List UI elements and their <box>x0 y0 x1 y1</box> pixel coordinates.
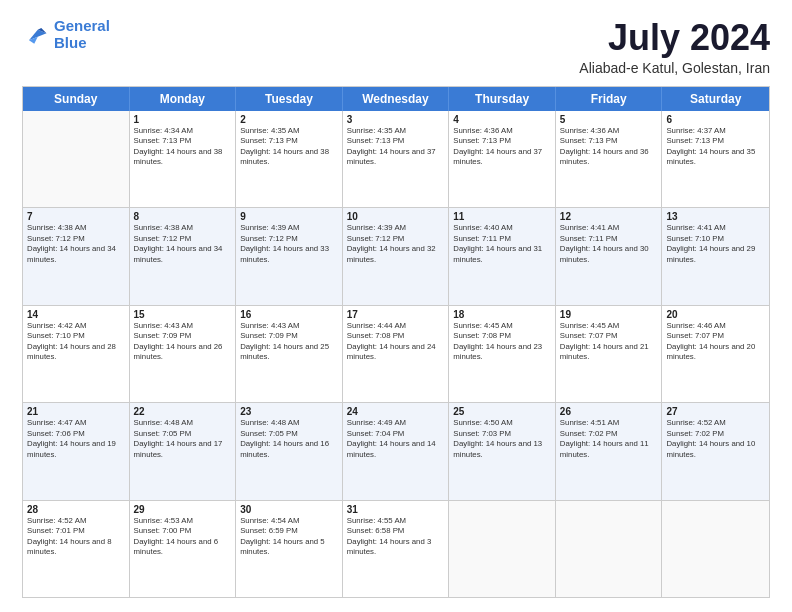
day-number: 22 <box>134 406 232 417</box>
cell-info: Sunrise: 4:52 AM Sunset: 7:02 PM Dayligh… <box>666 418 765 460</box>
calendar-header: SundayMondayTuesdayWednesdayThursdayFrid… <box>23 87 769 111</box>
day-number: 25 <box>453 406 551 417</box>
day-number: 8 <box>134 211 232 222</box>
day-number: 31 <box>347 504 445 515</box>
cell-info: Sunrise: 4:41 AM Sunset: 7:11 PM Dayligh… <box>560 223 658 265</box>
cell-info: Sunrise: 4:40 AM Sunset: 7:11 PM Dayligh… <box>453 223 551 265</box>
cell-info: Sunrise: 4:38 AM Sunset: 7:12 PM Dayligh… <box>27 223 125 265</box>
cell-info: Sunrise: 4:53 AM Sunset: 7:00 PM Dayligh… <box>134 516 232 558</box>
cell-info: Sunrise: 4:47 AM Sunset: 7:06 PM Dayligh… <box>27 418 125 460</box>
logo: General Blue <box>22 18 110 51</box>
day-cell-1: 1Sunrise: 4:34 AM Sunset: 7:13 PM Daylig… <box>130 111 237 207</box>
day-cell-2: 2Sunrise: 4:35 AM Sunset: 7:13 PM Daylig… <box>236 111 343 207</box>
page: General Blue July 2024 Aliabad-e Katul, … <box>0 0 792 612</box>
day-cell-28: 28Sunrise: 4:52 AM Sunset: 7:01 PM Dayli… <box>23 501 130 597</box>
header: General Blue July 2024 Aliabad-e Katul, … <box>22 18 770 76</box>
cell-info: Sunrise: 4:36 AM Sunset: 7:13 PM Dayligh… <box>560 126 658 168</box>
cell-info: Sunrise: 4:49 AM Sunset: 7:04 PM Dayligh… <box>347 418 445 460</box>
cell-info: Sunrise: 4:42 AM Sunset: 7:10 PM Dayligh… <box>27 321 125 363</box>
day-number: 13 <box>666 211 765 222</box>
cell-info: Sunrise: 4:48 AM Sunset: 7:05 PM Dayligh… <box>134 418 232 460</box>
calendar: SundayMondayTuesdayWednesdayThursdayFrid… <box>22 86 770 598</box>
cell-info: Sunrise: 4:45 AM Sunset: 7:07 PM Dayligh… <box>560 321 658 363</box>
day-number: 5 <box>560 114 658 125</box>
day-number: 10 <box>347 211 445 222</box>
day-cell-16: 16Sunrise: 4:43 AM Sunset: 7:09 PM Dayli… <box>236 306 343 402</box>
day-number: 21 <box>27 406 125 417</box>
header-day-wednesday: Wednesday <box>343 87 450 111</box>
day-number: 17 <box>347 309 445 320</box>
day-cell-21: 21Sunrise: 4:47 AM Sunset: 7:06 PM Dayli… <box>23 403 130 499</box>
header-day-sunday: Sunday <box>23 87 130 111</box>
day-number: 4 <box>453 114 551 125</box>
cell-info: Sunrise: 4:52 AM Sunset: 7:01 PM Dayligh… <box>27 516 125 558</box>
header-day-monday: Monday <box>130 87 237 111</box>
calendar-row-5: 28Sunrise: 4:52 AM Sunset: 7:01 PM Dayli… <box>23 501 769 597</box>
day-number: 28 <box>27 504 125 515</box>
cell-info: Sunrise: 4:54 AM Sunset: 6:59 PM Dayligh… <box>240 516 338 558</box>
day-cell-18: 18Sunrise: 4:45 AM Sunset: 7:08 PM Dayli… <box>449 306 556 402</box>
day-number: 15 <box>134 309 232 320</box>
day-cell-29: 29Sunrise: 4:53 AM Sunset: 7:00 PM Dayli… <box>130 501 237 597</box>
cell-info: Sunrise: 4:48 AM Sunset: 7:05 PM Dayligh… <box>240 418 338 460</box>
cell-info: Sunrise: 4:34 AM Sunset: 7:13 PM Dayligh… <box>134 126 232 168</box>
day-cell-24: 24Sunrise: 4:49 AM Sunset: 7:04 PM Dayli… <box>343 403 450 499</box>
cell-info: Sunrise: 4:50 AM Sunset: 7:03 PM Dayligh… <box>453 418 551 460</box>
cell-info: Sunrise: 4:45 AM Sunset: 7:08 PM Dayligh… <box>453 321 551 363</box>
day-cell-27: 27Sunrise: 4:52 AM Sunset: 7:02 PM Dayli… <box>662 403 769 499</box>
calendar-row-2: 7Sunrise: 4:38 AM Sunset: 7:12 PM Daylig… <box>23 208 769 305</box>
cell-info: Sunrise: 4:39 AM Sunset: 7:12 PM Dayligh… <box>240 223 338 265</box>
day-number: 27 <box>666 406 765 417</box>
day-cell-17: 17Sunrise: 4:44 AM Sunset: 7:08 PM Dayli… <box>343 306 450 402</box>
day-cell-5: 5Sunrise: 4:36 AM Sunset: 7:13 PM Daylig… <box>556 111 663 207</box>
header-day-thursday: Thursday <box>449 87 556 111</box>
day-number: 2 <box>240 114 338 125</box>
day-cell-11: 11Sunrise: 4:40 AM Sunset: 7:11 PM Dayli… <box>449 208 556 304</box>
day-number: 6 <box>666 114 765 125</box>
cell-info: Sunrise: 4:35 AM Sunset: 7:13 PM Dayligh… <box>347 126 445 168</box>
day-number: 29 <box>134 504 232 515</box>
cell-info: Sunrise: 4:43 AM Sunset: 7:09 PM Dayligh… <box>240 321 338 363</box>
day-cell-14: 14Sunrise: 4:42 AM Sunset: 7:10 PM Dayli… <box>23 306 130 402</box>
cell-info: Sunrise: 4:46 AM Sunset: 7:07 PM Dayligh… <box>666 321 765 363</box>
day-number: 16 <box>240 309 338 320</box>
day-cell-4: 4Sunrise: 4:36 AM Sunset: 7:13 PM Daylig… <box>449 111 556 207</box>
day-cell-25: 25Sunrise: 4:50 AM Sunset: 7:03 PM Dayli… <box>449 403 556 499</box>
calendar-body: 1Sunrise: 4:34 AM Sunset: 7:13 PM Daylig… <box>23 111 769 597</box>
day-number: 7 <box>27 211 125 222</box>
day-cell-9: 9Sunrise: 4:39 AM Sunset: 7:12 PM Daylig… <box>236 208 343 304</box>
day-cell-20: 20Sunrise: 4:46 AM Sunset: 7:07 PM Dayli… <box>662 306 769 402</box>
day-number: 11 <box>453 211 551 222</box>
day-cell-3: 3Sunrise: 4:35 AM Sunset: 7:13 PM Daylig… <box>343 111 450 207</box>
day-cell-23: 23Sunrise: 4:48 AM Sunset: 7:05 PM Dayli… <box>236 403 343 499</box>
day-cell-7: 7Sunrise: 4:38 AM Sunset: 7:12 PM Daylig… <box>23 208 130 304</box>
header-day-saturday: Saturday <box>662 87 769 111</box>
day-number: 26 <box>560 406 658 417</box>
calendar-row-4: 21Sunrise: 4:47 AM Sunset: 7:06 PM Dayli… <box>23 403 769 500</box>
cell-info: Sunrise: 4:39 AM Sunset: 7:12 PM Dayligh… <box>347 223 445 265</box>
cell-info: Sunrise: 4:38 AM Sunset: 7:12 PM Dayligh… <box>134 223 232 265</box>
logo-icon <box>22 21 50 49</box>
day-number: 1 <box>134 114 232 125</box>
day-number: 30 <box>240 504 338 515</box>
day-cell-12: 12Sunrise: 4:41 AM Sunset: 7:11 PM Dayli… <box>556 208 663 304</box>
month-title: July 2024 <box>579 18 770 58</box>
cell-info: Sunrise: 4:43 AM Sunset: 7:09 PM Dayligh… <box>134 321 232 363</box>
empty-cell <box>449 501 556 597</box>
day-cell-6: 6Sunrise: 4:37 AM Sunset: 7:13 PM Daylig… <box>662 111 769 207</box>
day-cell-31: 31Sunrise: 4:55 AM Sunset: 6:58 PM Dayli… <box>343 501 450 597</box>
empty-cell <box>23 111 130 207</box>
day-number: 12 <box>560 211 658 222</box>
day-cell-19: 19Sunrise: 4:45 AM Sunset: 7:07 PM Dayli… <box>556 306 663 402</box>
logo-text: General Blue <box>54 18 110 51</box>
day-number: 23 <box>240 406 338 417</box>
day-cell-13: 13Sunrise: 4:41 AM Sunset: 7:10 PM Dayli… <box>662 208 769 304</box>
day-number: 3 <box>347 114 445 125</box>
day-number: 9 <box>240 211 338 222</box>
empty-cell <box>556 501 663 597</box>
calendar-row-3: 14Sunrise: 4:42 AM Sunset: 7:10 PM Dayli… <box>23 306 769 403</box>
cell-info: Sunrise: 4:36 AM Sunset: 7:13 PM Dayligh… <box>453 126 551 168</box>
location-title: Aliabad-e Katul, Golestan, Iran <box>579 60 770 76</box>
day-number: 24 <box>347 406 445 417</box>
day-cell-8: 8Sunrise: 4:38 AM Sunset: 7:12 PM Daylig… <box>130 208 237 304</box>
